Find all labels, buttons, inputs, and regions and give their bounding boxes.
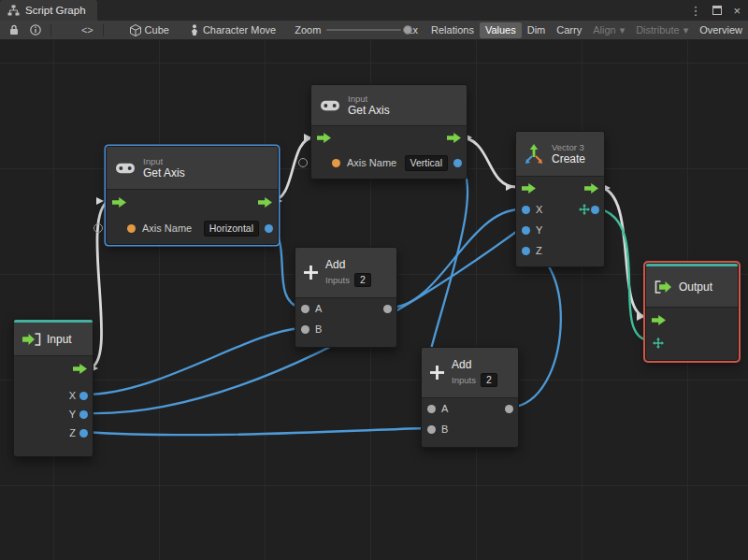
input-port-a[interactable] — [301, 305, 309, 313]
code-view-button[interactable]: <> — [76, 22, 99, 38]
chevron-down-icon: ▾ — [620, 24, 626, 36]
breadcrumb-cube[interactable]: Cube — [124, 22, 175, 38]
zoom-label: Zoom — [295, 24, 321, 36]
info-button[interactable] — [24, 22, 47, 38]
port-label: Axis Name — [347, 157, 396, 168]
node-get-axis-horizontal[interactable]: Input Get Axis Axis Name Horizontal — [106, 146, 279, 245]
relations-toggle[interactable]: Relations — [425, 22, 480, 38]
node-header[interactable]: Vector 3 Create — [516, 132, 604, 177]
breadcrumb-character-move[interactable]: Character Move — [184, 22, 281, 38]
axis-name-field[interactable]: Horizontal — [204, 221, 259, 237]
control-output-port[interactable] — [447, 133, 461, 143]
distribute-dropdown[interactable]: Distribute ▾ — [630, 22, 694, 38]
sum-output-port[interactable] — [383, 305, 392, 313]
node-title: Get Axis — [143, 166, 185, 179]
tab-script-graph[interactable]: Script Graph — [0, 0, 97, 21]
plus-icon — [430, 366, 444, 380]
tab-bar: Script Graph ⋮ × — [0, 0, 748, 21]
port-label: Z — [536, 245, 542, 256]
port-label: Y — [536, 224, 542, 236]
input-icon — [22, 333, 41, 346]
vector-output-port[interactable] — [591, 206, 599, 214]
window-menu-icon[interactable]: ⋮ — [689, 5, 701, 17]
inputs-count-field[interactable]: 2 — [481, 373, 497, 387]
node-title: Add — [452, 358, 497, 371]
y-input-port[interactable] — [522, 226, 530, 235]
node-vector3-create[interactable]: Vector 3 Create X Y Z — [515, 131, 605, 267]
port-label: Y — [69, 409, 76, 420]
toolbar-separator — [50, 24, 51, 36]
value-output-port[interactable] — [265, 224, 273, 233]
tab-title: Script Graph — [25, 5, 86, 16]
port-label: Axis Name — [142, 223, 192, 234]
node-input-event[interactable]: Input X Y Z — [13, 319, 94, 457]
node-title: Input — [47, 333, 72, 346]
node-header[interactable]: Input — [14, 323, 93, 356]
close-icon[interactable]: × — [733, 5, 741, 17]
control-input-port[interactable] — [317, 133, 331, 143]
z-output-port[interactable] — [79, 429, 88, 438]
lock-button[interactable] — [4, 22, 24, 38]
control-input-port[interactable] — [112, 197, 126, 208]
control-input-port[interactable] — [652, 315, 666, 325]
toolbar-separator — [103, 24, 104, 36]
x-output-port[interactable] — [79, 392, 88, 400]
control-output-port[interactable] — [584, 183, 598, 194]
z-input-port[interactable] — [522, 247, 530, 255]
node-header[interactable]: Output — [646, 266, 738, 308]
inputs-count-field[interactable]: 2 — [354, 273, 371, 287]
control-output-port[interactable] — [73, 364, 87, 374]
axis-name-port[interactable] — [127, 224, 136, 233]
graph-toolbar: <> Cube Character Move Zoom 1x Relations… — [0, 21, 748, 40]
node-title: Add — [325, 258, 371, 271]
node-title: Output — [679, 280, 712, 294]
port-label: B — [441, 424, 448, 435]
vector3-icon — [524, 144, 544, 165]
gamepad-icon — [115, 162, 136, 175]
overview-button[interactable]: Overview — [694, 22, 748, 38]
unconnected-port-ring[interactable] — [298, 158, 308, 167]
node-get-axis-vertical[interactable]: Input Get Axis Axis Name Vertical — [310, 84, 468, 179]
x-input-port[interactable] — [522, 206, 530, 214]
sum-output-port[interactable] — [505, 405, 513, 413]
node-add-2[interactable]: Add Inputs 2 A B — [421, 347, 519, 448]
control-output-port[interactable] — [258, 197, 272, 208]
maximize-icon[interactable] — [712, 6, 722, 15]
port-label: Z — [69, 427, 76, 438]
axis-name-port[interactable] — [332, 159, 340, 167]
node-header[interactable]: Input Get Axis — [107, 147, 278, 190]
port-label: A — [315, 303, 322, 314]
input-port-b[interactable] — [301, 325, 309, 334]
zoom-slider[interactable] — [326, 29, 401, 31]
port-label: X — [536, 204, 542, 215]
y-output-port[interactable] — [79, 410, 88, 419]
node-header[interactable]: Add Inputs 2 — [422, 348, 518, 398]
unconnected-port-ring[interactable] — [94, 223, 103, 233]
vector-move-icon — [579, 204, 590, 215]
values-toggle[interactable]: Values — [480, 22, 522, 38]
node-subtitle: Input — [143, 156, 185, 166]
input-port-b[interactable] — [427, 425, 436, 434]
vector-input-port[interactable] — [653, 337, 664, 349]
value-output-port[interactable] — [453, 159, 462, 167]
inputs-label: Inputs — [325, 275, 350, 285]
node-header[interactable]: Add Inputs 2 — [295, 248, 396, 298]
script-graph-window: Input Get Axis Axis Name Horizontal Inpu… — [0, 0, 748, 560]
node-subtitle: Input — [348, 93, 390, 104]
control-input-port[interactable] — [522, 183, 536, 194]
axis-name-field[interactable]: Vertical — [405, 155, 448, 171]
chevron-down-icon: ▾ — [683, 24, 689, 36]
node-header[interactable]: Input Get Axis — [311, 85, 467, 126]
input-port-a[interactable] — [427, 405, 436, 413]
align-dropdown[interactable]: Align ▾ — [587, 22, 630, 38]
node-title: Create — [552, 152, 585, 165]
carry-toggle[interactable]: Carry — [551, 22, 587, 38]
port-label: A — [441, 403, 448, 414]
node-output-event[interactable]: Output — [645, 263, 739, 361]
port-label: B — [315, 323, 322, 335]
dim-toggle[interactable]: Dim — [522, 22, 552, 38]
node-add-1[interactable]: Add Inputs 2 A B — [295, 247, 397, 348]
inputs-label: Inputs — [452, 375, 476, 385]
port-label: X — [69, 390, 76, 401]
script-graph-icon — [7, 5, 20, 16]
